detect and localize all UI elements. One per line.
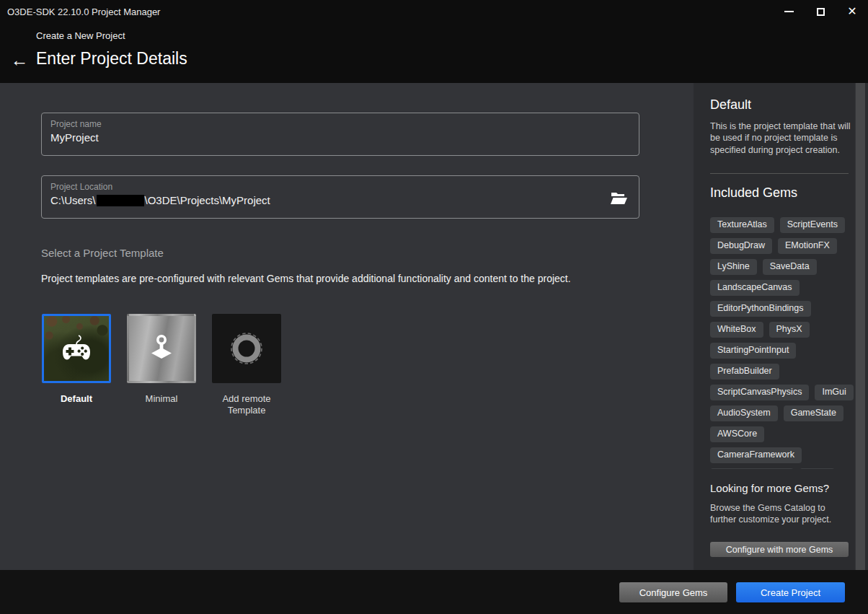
close-button[interactable]: ✕ [836,0,868,23]
gem-tag: Atom [800,468,835,469]
page-title: Enter Project Details [36,49,187,69]
header: Create a New Project ← Enter Project Det… [0,23,868,83]
gem-tag: EMotionFX [778,238,837,254]
maximize-icon [817,8,825,16]
gem-tag: ImGui [815,385,853,400]
sidebar-scrollbar[interactable] [855,83,865,570]
gem-tag: DiffuseProbeGrid [710,468,794,469]
titlebar: O3DE-SDK 22.10.0 Project Manager ✕ [0,0,868,23]
gem-tag: TextureAtlas [710,217,774,233]
footer-bar: Configure Gems Create Project [0,570,868,614]
gems-list: TextureAtlasScriptEventsDebugDrawEMotion… [710,217,854,469]
window-controls: ✕ [773,0,868,23]
configure-with-more-gems-button[interactable]: Configure with more Gems [710,542,849,557]
configure-gems-button[interactable]: Configure Gems [619,582,727,602]
gem-tag: EditorPythonBindings [710,301,811,317]
gem-tag: AudioSystem [710,405,778,421]
project-location-field[interactable]: Project Location C:\Users\\O3DE\Projects… [41,175,639,219]
gem-tag: GameState [784,405,843,421]
close-icon: ✕ [847,6,856,17]
template-card-default[interactable]: Default [42,314,111,405]
more-gems-heading: Looking for more Gems? [710,482,829,494]
template-card-minimal[interactable]: Minimal [127,314,196,405]
template-details-sidebar: Default This is the project template tha… [694,83,868,570]
gem-tag: LandscapeCanvas [710,280,800,296]
gem-tag: PrefabBuilder [710,364,779,380]
project-name-field[interactable]: Project name MyProject [41,113,639,156]
sidebar-divider [710,173,849,174]
template-label-minimal: Minimal [127,393,196,405]
gem-tag: ScriptEvents [780,217,845,233]
template-thumbnail-add-remote [212,314,281,383]
joystick-icon [146,333,177,364]
window-title: O3DE-SDK 22.10.0 Project Manager [7,6,160,17]
browse-folder-button[interactable] [610,190,629,206]
arrow-left-icon: ← [11,50,29,71]
sidebar-template-description: This is the project template that will b… [710,120,851,156]
minimize-button[interactable] [773,0,805,23]
folder-open-icon [610,190,629,206]
gear-ring-icon [226,328,267,369]
project-location-label: Project Location [50,182,630,192]
template-label-add-remote: Add remote Template [212,393,281,417]
project-name-value: MyProject [50,131,630,144]
more-gems-text: Browse the Gems Catalog to further custo… [710,502,840,526]
gem-tag: ScriptCanvasPhysics [710,385,809,400]
gem-tag: WhiteBox [710,322,763,338]
template-thumbnail-minimal [127,314,196,383]
included-gems-heading: Included Gems [710,185,797,201]
sidebar-template-title: Default [710,97,751,113]
template-card-add-remote[interactable]: Add remote Template [212,314,281,417]
redacted-username [97,195,144,206]
back-button[interactable]: ← [9,49,30,71]
template-section-description: Project templates are pre-configured wit… [41,273,571,284]
project-name-label: Project name [50,119,630,129]
breadcrumb: Create a New Project [36,30,125,41]
gem-tag: SaveData [763,259,817,275]
project-location-value: C:\Users\\O3DE\Projects\MyProject [50,194,630,208]
main-panel: Project name MyProject Project Location … [0,83,694,570]
gem-tag: LyShine [710,259,757,275]
create-project-button[interactable]: Create Project [736,582,845,602]
template-label-default: Default [42,393,111,405]
minimize-icon [784,11,794,12]
gem-tag: PhysX [769,322,810,338]
gem-tag: AWSCore [710,426,764,442]
gamepad-icon [60,334,93,363]
template-thumbnail-default [42,314,111,383]
gem-tag: DebugDraw [710,238,772,254]
maximize-button[interactable] [805,0,836,23]
gem-tag: CameraFramework [710,447,802,463]
template-section-heading: Select a Project Template [41,247,164,259]
gem-tag: StartingPointInput [710,343,796,359]
